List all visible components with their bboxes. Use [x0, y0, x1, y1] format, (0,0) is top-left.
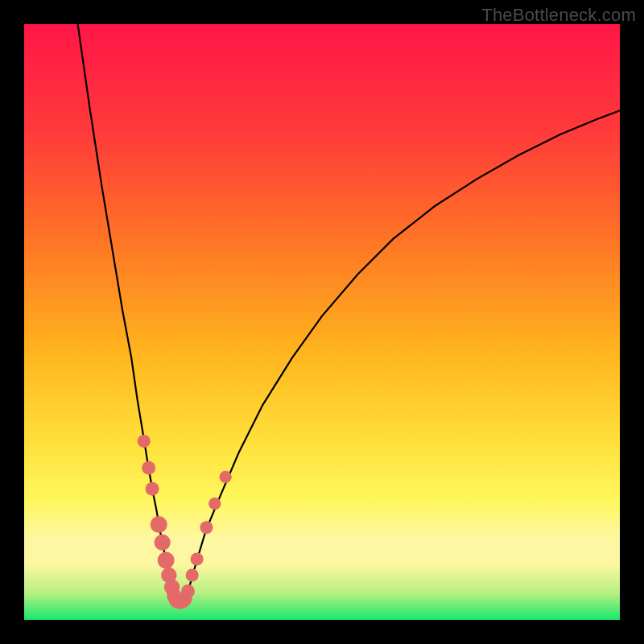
data-dot	[208, 497, 221, 510]
curve-right-branch	[186, 110, 620, 599]
watermark-text: TheBottleneck.com	[481, 5, 636, 26]
data-dot	[219, 471, 231, 483]
data-dot	[155, 535, 171, 551]
data-dot	[146, 482, 159, 496]
curve-left-branch	[78, 24, 175, 599]
data-dot	[142, 461, 155, 475]
data-dot	[186, 568, 199, 581]
data-dot	[158, 551, 175, 568]
data-dot	[200, 521, 213, 534]
data-dot	[151, 516, 167, 533]
plot-frame	[24, 24, 620, 620]
curve-layer	[24, 24, 620, 620]
data-dot	[191, 552, 204, 565]
data-dots	[138, 435, 232, 609]
data-dot	[138, 435, 151, 448]
data-dot	[181, 584, 195, 598]
